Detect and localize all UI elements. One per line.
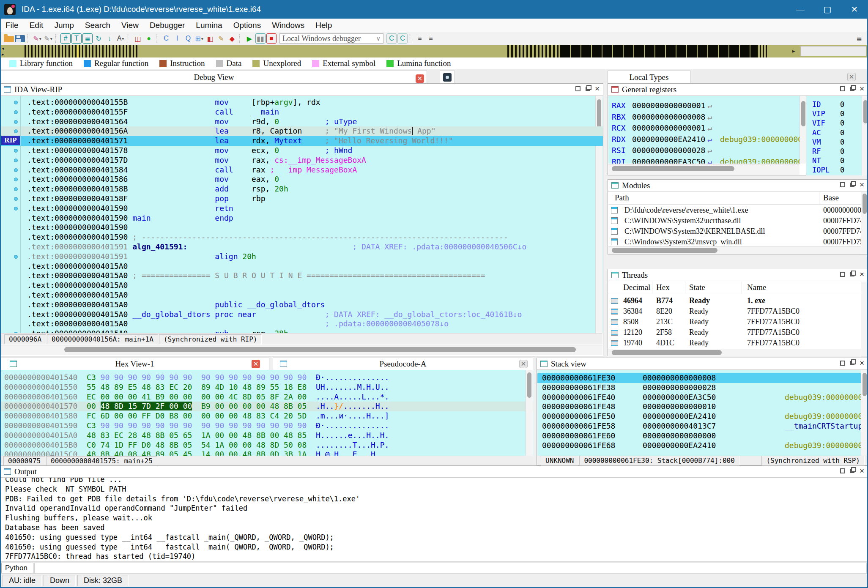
disasm-line[interactable]: .text:00000000004015A0: [1, 290, 603, 300]
python-label[interactable]: Python: [1, 563, 33, 573]
menu-windows[interactable]: Windows: [266, 21, 310, 30]
register-list[interactable]: RAX0000000000000001↵RBX0000000000000008↵…: [608, 96, 800, 164]
hex-row[interactable]: 00000000004015C0 48 8B 40 08 48 89 05 45…: [0, 450, 533, 456]
undo-history-icon[interactable]: ✎▾: [32, 33, 42, 44]
menu-view[interactable]: View: [116, 21, 144, 30]
python-command-input[interactable]: [34, 563, 867, 573]
disasm-line[interactable]: .text:0000000000401590: [1, 223, 603, 232]
disasm-line[interactable]: .text:0000000000401590 main endp: [1, 213, 603, 223]
float-panel-icon[interactable]: [850, 361, 854, 365]
stack-row[interactable]: 000000000061FE5800000000004013C7__tmainC…: [537, 421, 861, 431]
open-strings-icon[interactable]: ≣: [82, 33, 93, 44]
flag-row[interactable]: AC0: [806, 129, 862, 138]
close-button[interactable]: ✕: [841, 0, 868, 19]
jump-to-address-icon[interactable]: ↓: [104, 33, 115, 44]
column-divider[interactable]: [652, 282, 652, 294]
disasm-line[interactable]: .text:000000000040155B mov [rbp+argv], r…: [1, 98, 603, 107]
column-base[interactable]: Base: [823, 193, 839, 202]
enter-arrow-icon[interactable]: ↵: [707, 112, 712, 121]
register-row[interactable]: RBX0000000000000008↵: [608, 112, 800, 123]
breakpoint-dot[interactable]: [14, 207, 18, 211]
disasm-line[interactable]: .text:000000000040158B add rsp, 20h: [1, 184, 603, 194]
breakpoint-dot[interactable]: [14, 255, 18, 259]
tab-close-icon[interactable]: ✕: [416, 74, 424, 83]
module-row[interactable]: C:\Windows\System32\msvcp_win.dll00007FF…: [608, 238, 861, 246]
module-row[interactable]: C:\WINDOWS\System32\KERNELBASE.dll00007F…: [608, 227, 861, 237]
close-panel-icon[interactable]: ×: [860, 86, 864, 91]
module-row[interactable]: C:\WINDOWS\System32\ucrtbase.dll00007FFD…: [608, 216, 861, 227]
disasm-line[interactable]: .text:000000000040158F pop rbp: [1, 194, 603, 204]
debugger-windows-icon[interactable]: ⊞▾: [194, 33, 204, 44]
breakpoint-dot[interactable]: [14, 110, 18, 114]
disasm-line[interactable]: .text:0000000000401591 align 20h: [1, 252, 603, 262]
minimize-button[interactable]: —: [787, 0, 814, 19]
tab-hex-view[interactable]: Hex View-1 ✕: [0, 358, 269, 370]
registers-hscrollbar[interactable]: [608, 164, 800, 175]
flag-row[interactable]: VM0: [806, 138, 862, 147]
register-row[interactable]: RCX0000000000000001↵: [608, 123, 800, 134]
disasm-line[interactable]: .text:00000000004015A0 sub rsp, 28h: [1, 329, 603, 333]
module-row[interactable]: D:\fdu\code\reverse\rverese_white\1.exe0…: [608, 206, 861, 216]
menu-lumina[interactable]: Lumina: [190, 21, 227, 30]
disasm-line[interactable]: .text:0000000000401564 mov r9d, 0 ; uTyp…: [1, 117, 603, 127]
hex-vscrollbar[interactable]: [526, 370, 533, 456]
refresh-view-icon[interactable]: ↻: [93, 33, 104, 44]
flags-list[interactable]: ID0VIP0VIF0AC0VM0RF0NT0IOPL0: [806, 96, 862, 175]
enter-arrow-icon[interactable]: ↵: [707, 101, 712, 110]
flag-row[interactable]: VIF0: [806, 119, 862, 128]
process-indicator-icon[interactable]: ●: [144, 33, 154, 44]
font-settings-icon[interactable]: A▾: [115, 33, 126, 44]
flag-row[interactable]: ID0: [806, 100, 862, 109]
run-until-return-icon[interactable]: Q: [183, 33, 193, 44]
breakpoint-dot[interactable]: [14, 332, 18, 333]
column-divider[interactable]: [742, 282, 742, 294]
window-layout-icon[interactable]: ◫: [133, 33, 143, 44]
flag-row[interactable]: RF0: [806, 147, 862, 156]
thread-row[interactable]: 197404D1CReady7FFD77A15BC0: [608, 339, 861, 349]
navigation-band[interactable]: ◂▸ ▸: [0, 45, 868, 57]
disasm-line[interactable]: .text:000000000040155F call __main: [1, 107, 603, 117]
start-process-icon[interactable]: ▶: [244, 33, 255, 44]
stack-row[interactable]: 000000000061FE380000000000000028: [537, 383, 861, 393]
disasm-line[interactable]: .text:00000000004015A0: [1, 281, 603, 290]
breakpoint-dot[interactable]: [14, 197, 18, 201]
disassembly-hscrollbar[interactable]: [1, 345, 602, 355]
disasm-line[interactable]: .text:0000000000401590 retn: [1, 204, 603, 213]
pause-process-icon[interactable]: ▮▮: [255, 33, 266, 44]
hex-row[interactable]: 0000000000401560 EC 00 00 00 41 B9 00 00…: [0, 392, 533, 402]
output-header[interactable]: Output ×: [0, 466, 868, 478]
hex-row[interactable]: 00000000004015B0 C0 74 1D FF D0 48 8B 05…: [0, 440, 533, 450]
step-into-icon[interactable]: C: [161, 33, 171, 44]
navband-zoom-box[interactable]: [800, 46, 866, 56]
attach-process-icon[interactable]: C: [397, 33, 408, 44]
scrollbar-thumb[interactable]: [801, 101, 805, 126]
column-path[interactable]: Path: [615, 193, 629, 202]
tab-close-icon[interactable]: ✕: [519, 360, 528, 368]
maximize-panel-icon[interactable]: [575, 86, 580, 91]
disasm-line[interactable]: .text:000000000040157D mov rax, cs:__imp…: [1, 156, 603, 165]
thread-row[interactable]: 8508213CReady7FFD77A15BC0: [608, 317, 861, 328]
column-decimal[interactable]: Decimal: [623, 283, 650, 292]
modules-vscrollbar[interactable]: [861, 192, 867, 254]
scrollbar-thumb[interactable]: [863, 194, 867, 214]
register-row[interactable]: RAX0000000000000001↵: [608, 101, 800, 112]
maximize-button[interactable]: ▢: [814, 0, 841, 19]
thread-row[interactable]: 46964B774Ready1. exe: [608, 296, 861, 306]
debugger-selector[interactable]: Local Windows debugger∨: [279, 33, 383, 44]
enter-arrow-icon[interactable]: ↵: [707, 135, 712, 144]
flag-row[interactable]: IOPL0: [806, 166, 862, 175]
menu-edit[interactable]: Edit: [24, 21, 49, 30]
tab-minimized-view[interactable]: [440, 71, 455, 83]
register-row[interactable]: RDX0000000000EA2410↵debug039:0000000000E…: [608, 135, 800, 146]
enter-arrow-icon[interactable]: ↵: [707, 157, 712, 164]
disasm-line[interactable]: .text:00000000004015A0 __do_global_dtors…: [1, 310, 603, 320]
disasm-line[interactable]: .text:0000000000401578 mov ecx, 0 ; hWnd: [1, 146, 603, 156]
maximize-panel-icon[interactable]: [840, 361, 845, 366]
disasm-line[interactable]: .text:0000000000401586 mov eax, 0: [1, 175, 603, 184]
registers-vscrollbar[interactable]: [800, 96, 806, 164]
menu-search[interactable]: Search: [79, 21, 116, 30]
menu-file[interactable]: File: [0, 21, 24, 30]
disasm-line[interactable]: .text:00000000004015A0: [1, 262, 603, 271]
modules-list[interactable]: D:\fdu\code\reverse\rverese_white\1.exe0…: [608, 205, 861, 246]
column-divider[interactable]: [685, 282, 685, 294]
